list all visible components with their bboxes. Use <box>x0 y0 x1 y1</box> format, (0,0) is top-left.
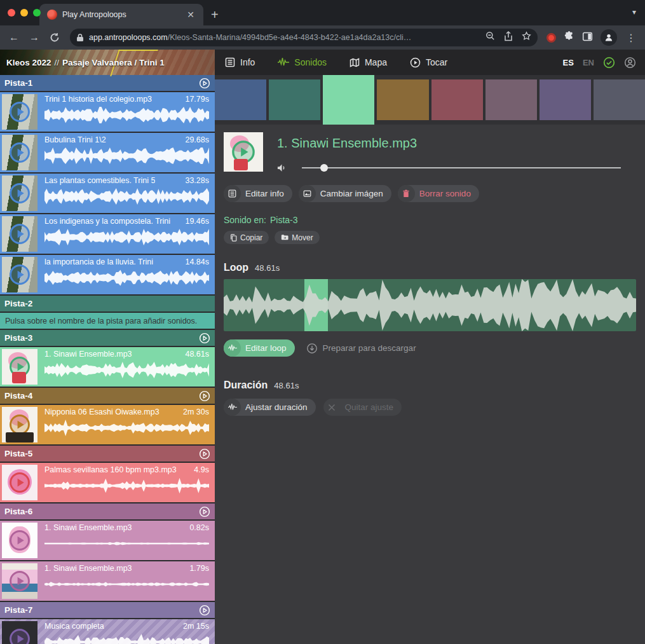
side-panel-icon[interactable] <box>582 31 593 45</box>
play-overlay-icon[interactable] <box>9 101 31 123</box>
track-name[interactable]: Pista-3 <box>4 333 32 343</box>
play-overlay-icon[interactable] <box>9 472 31 493</box>
play-overlay-icon[interactable] <box>9 182 31 204</box>
track-play-button[interactable] <box>199 605 210 616</box>
sound-thumb[interactable] <box>2 523 37 558</box>
sound-item-title[interactable]: Palmas sevillanas 160 bpm mp3.mp3 <box>44 465 177 474</box>
sound-thumb[interactable] <box>2 349 37 385</box>
track-header[interactable]: Pista-5 <box>0 446 215 462</box>
sound-thumbnail[interactable] <box>224 132 263 172</box>
play-overlay-icon[interactable] <box>9 628 31 644</box>
zoom-window-button[interactable] <box>33 9 41 17</box>
tab-mapa[interactable]: Mapa <box>350 57 387 67</box>
sound-thumb[interactable] <box>2 563 37 599</box>
sound-item-title[interactable]: Trini 1 historia del colegio.mp3 <box>44 95 152 104</box>
track-play-button[interactable] <box>199 78 210 89</box>
sound-thumb[interactable] <box>2 216 37 252</box>
color-swatch-1[interactable] <box>215 79 266 120</box>
sound-item[interactable]: Nipponia 06 Esashi Oiwake.mp32m 30s <box>0 405 215 444</box>
tab-info[interactable]: Info <box>225 57 255 67</box>
volume-slider-thumb[interactable] <box>320 164 328 172</box>
browser-menu-kebab-icon[interactable]: ⋮ <box>622 29 640 46</box>
sound-thumb[interactable] <box>2 621 37 644</box>
track-header[interactable]: Pista-6 <box>0 504 215 519</box>
sound-thumb[interactable] <box>2 135 37 170</box>
lang-es[interactable]: ES <box>563 58 574 67</box>
sound-thumb[interactable] <box>2 175 37 211</box>
minimize-window-button[interactable] <box>20 9 28 17</box>
sound-thumb[interactable] <box>2 94 37 130</box>
sound-item-title[interactable]: 1. Sinawi Ensemble.mp3 <box>44 564 132 573</box>
volume-slider[interactable] <box>302 164 621 172</box>
loop-waveform[interactable] <box>224 279 636 331</box>
sound-thumb[interactable] <box>2 407 37 442</box>
zoom-page-icon[interactable] <box>485 31 495 44</box>
play-overlay-icon[interactable] <box>9 356 31 378</box>
tab-sonidos[interactable]: Sonidos <box>278 57 327 67</box>
bookmark-star-icon[interactable] <box>522 31 531 44</box>
track-play-button[interactable] <box>199 448 210 460</box>
extensions-puzzle-icon[interactable] <box>564 31 574 45</box>
sound-item-title[interactable]: Los indigenas y la compostela. Trini <box>44 217 170 226</box>
sound-item-title[interactable]: Las plantas comestibles. Trini 5 <box>44 176 155 185</box>
breadcrumb-project[interactable]: Kleos 2022 <box>6 58 51 67</box>
prepare-download-button[interactable]: Preparar para descargar <box>306 343 416 354</box>
tab-search-chevron-icon[interactable]: ▾ <box>632 8 636 17</box>
sound-item[interactable]: 1. Sinawi Ensemble.mp31.79s <box>0 561 215 601</box>
track-name[interactable]: Pista-2 <box>4 299 32 308</box>
breadcrumb-map-thumbnail[interactable]: Kleos 2022//Pasaje Valvanera / Trini 1 <box>0 50 215 75</box>
sound-item-title[interactable]: la importancia de la lluvia. Trini <box>44 257 153 266</box>
lang-en[interactable]: EN <box>583 58 594 67</box>
sound-thumb[interactable] <box>2 257 37 292</box>
color-swatch-5[interactable] <box>431 79 483 120</box>
track-name[interactable]: Pista-7 <box>4 605 32 615</box>
reload-button[interactable] <box>46 29 64 46</box>
sound-item[interactable]: Los indigenas y la compostela. Trini19.4… <box>0 214 215 254</box>
track-play-button[interactable] <box>199 390 210 402</box>
adjust-duration-button[interactable]: Ajustar duración <box>224 399 316 416</box>
play-overlay-icon[interactable] <box>9 570 31 592</box>
sound-item-title[interactable]: 1. Sinawi Ensemble.mp3 <box>44 350 132 359</box>
back-button[interactable]: ← <box>5 29 23 46</box>
play-overlay-icon[interactable] <box>9 530 31 551</box>
tab-close-icon[interactable]: ✕ <box>184 8 197 21</box>
track-play-button[interactable] <box>199 506 210 517</box>
play-overlay-icon[interactable] <box>9 223 31 245</box>
remove-adjust-button[interactable]: Quitar ajuste <box>323 399 402 416</box>
change-image-button[interactable]: Cambiar imágen <box>299 185 391 202</box>
browser-tab[interactable]: Play Antropoloops ✕ <box>39 4 203 25</box>
play-overlay-icon[interactable] <box>231 140 255 164</box>
track-header[interactable]: Pista-3 <box>0 330 215 346</box>
track-header[interactable]: Pista-2 <box>0 296 215 312</box>
track-header[interactable]: Pista-7 <box>0 602 215 618</box>
color-swatch-6[interactable] <box>485 79 537 120</box>
close-window-button[interactable] <box>8 9 15 17</box>
track-name[interactable]: Pista-6 <box>4 507 32 516</box>
sound-item[interactable]: Palmas sevillanas 160 bpm mp3.mp34.9s <box>0 463 215 502</box>
forward-button[interactable]: → <box>25 29 43 46</box>
sound-item[interactable]: 1. Sinawi Ensemble.mp348.61s <box>0 347 215 387</box>
url-bar[interactable]: app.antropoloops.com/Kleos-Santa-Marina/… <box>70 29 538 46</box>
sound-item[interactable]: Trini 1 historia del colegio.mp317.79s <box>0 92 215 132</box>
sound-item[interactable]: 1. Sinawi Ensemble.mp30.82s <box>0 521 215 560</box>
play-overlay-icon[interactable] <box>9 142 31 163</box>
track-name[interactable]: Pista-4 <box>4 391 32 401</box>
tab-tocar[interactable]: Tocar <box>410 57 447 68</box>
delete-sound-button[interactable]: Borrar sonido <box>398 185 479 202</box>
sound-item-title[interactable]: Bubulina Trini 1\2 <box>44 135 106 144</box>
copy-button[interactable]: Copiar <box>224 231 269 244</box>
color-swatch-7[interactable] <box>540 79 591 120</box>
sound-in-track-link[interactable]: Pista-3 <box>270 215 298 225</box>
account-icon[interactable] <box>624 57 636 69</box>
track-play-button[interactable] <box>199 332 210 344</box>
recorder-extension-icon[interactable] <box>547 33 556 43</box>
share-icon[interactable] <box>504 31 513 44</box>
color-swatch-2[interactable] <box>269 79 320 120</box>
sound-item[interactable]: Bubulina Trini 1\229.68s <box>0 133 215 172</box>
browser-profile-avatar[interactable] <box>601 29 617 46</box>
track-name[interactable]: Pista-1 <box>4 78 32 88</box>
sound-item-title[interactable]: Musica completa <box>44 622 104 631</box>
play-overlay-icon[interactable] <box>9 264 31 285</box>
window-controls[interactable] <box>8 9 41 17</box>
new-tab-button[interactable]: + <box>211 8 219 21</box>
